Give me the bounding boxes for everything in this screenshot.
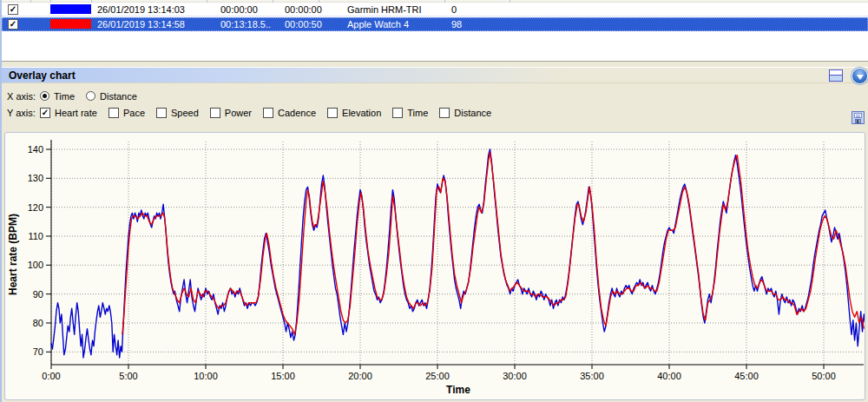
time-checkbox[interactable]: [392, 108, 403, 118]
svg-text:20:00: 20:00: [348, 371, 372, 381]
overlay-chart[interactable]: 7080901001101201301400:005:0010:0015:002…: [4, 132, 865, 400]
y-option-cadence[interactable]: Cadence: [263, 108, 316, 118]
svg-text:Time: Time: [446, 384, 470, 396]
series-color-swatch: [50, 4, 91, 14]
svg-text:35:00: 35:00: [580, 371, 604, 381]
chevron-down-icon: [857, 75, 864, 80]
table-row[interactable]: 26/01/2019 13:14:03 00:00:00 00:00:00 Ga…: [2, 3, 868, 16]
distance-radio[interactable]: [86, 91, 95, 101]
heart-rate-chart: 7080901001101201301400:005:0010:0015:002…: [5, 133, 865, 399]
svg-text:30:00: 30:00: [503, 371, 527, 381]
svg-text:90: 90: [33, 289, 43, 300]
distance-label: Distance: [454, 108, 491, 118]
y-option-heart-rate[interactable]: Heart rate: [40, 108, 97, 118]
svg-text:Heart rate (BPM): Heart rate (BPM): [7, 214, 19, 295]
elevation-label: Elevation: [342, 108, 381, 118]
row-value: 98: [451, 17, 462, 31]
distance-checkbox[interactable]: [439, 108, 450, 118]
y-option-time[interactable]: Time: [392, 108, 428, 118]
svg-text:15:00: 15:00: [271, 371, 295, 381]
time-label: Time: [407, 108, 428, 118]
row-visible-checkbox[interactable]: [8, 4, 18, 15]
y-option-pace[interactable]: Pace: [108, 108, 145, 118]
speed-checkbox[interactable]: [156, 108, 167, 118]
svg-text:120: 120: [28, 202, 43, 213]
row-offset: 00:00:50: [285, 17, 322, 31]
y-option-power[interactable]: Power: [210, 108, 252, 118]
speed-label: Speed: [171, 108, 199, 118]
svg-text:100: 100: [28, 260, 43, 270]
time-radio[interactable]: [40, 91, 49, 101]
time-radio-label: Time: [54, 91, 75, 102]
panel-split-icon[interactable]: [829, 69, 843, 82]
series-color-swatch: [50, 19, 91, 29]
distance-radio-label: Distance: [100, 91, 137, 102]
y-option-distance[interactable]: Distance: [439, 108, 491, 118]
svg-text:130: 130: [28, 173, 43, 183]
row-duration: 00:13:18.5..: [220, 17, 271, 31]
svg-text:45:00: 45:00: [734, 371, 759, 381]
panel-title: Overlay chart: [9, 69, 76, 82]
svg-text:70: 70: [33, 346, 43, 357]
activity-table: 26/01/2019 13:14:03 00:00:00 00:00:00 Ga…: [2, 0, 868, 62]
y-option-elevation[interactable]: Elevation: [327, 108, 381, 118]
pace-label: Pace: [123, 108, 145, 118]
elevation-checkbox[interactable]: [327, 108, 338, 118]
svg-text:0:00: 0:00: [42, 371, 60, 381]
svg-text:10:00: 10:00: [194, 371, 218, 381]
svg-text:140: 140: [28, 144, 43, 155]
x-axis-label: X axis:: [7, 91, 40, 102]
row-device: Apple Watch 4: [347, 17, 409, 31]
power-checkbox[interactable]: [210, 108, 220, 118]
pace-checkbox[interactable]: [108, 108, 119, 118]
row-device: Garmin HRM-TRI: [347, 3, 422, 16]
row-offset: 00:00:00: [285, 3, 322, 16]
cadence-label: Cadence: [278, 108, 316, 118]
svg-text:5:00: 5:00: [119, 371, 137, 381]
y-option-speed[interactable]: Speed: [156, 108, 199, 118]
svg-text:80: 80: [33, 318, 43, 328]
x-axis-option-distance[interactable]: Distance: [86, 91, 137, 102]
row-visible-checkbox[interactable]: [8, 19, 18, 30]
y-axis-controls: Y axis: Heart rate Pace Speed Power Cade…: [7, 106, 503, 119]
heart-rate-checkbox[interactable]: [40, 108, 50, 118]
row-duration: 00:00:00: [220, 3, 258, 16]
x-axis-controls: X axis: Time Distance: [7, 89, 148, 102]
overlay-chart-header: Overlay chart: [2, 67, 868, 83]
svg-text:25:00: 25:00: [425, 371, 450, 381]
table-row-selected[interactable]: 26/01/2019 13:14:58 00:13:18.5.. 00:00:5…: [2, 17, 868, 31]
power-label: Power: [225, 108, 252, 118]
row-datetime: 26/01/2019 13:14:03: [97, 3, 185, 16]
save-chart-icon[interactable]: [852, 111, 865, 124]
heart-rate-label: Heart rate: [55, 108, 97, 118]
svg-text:40:00: 40:00: [657, 371, 681, 381]
cadence-checkbox[interactable]: [263, 108, 273, 118]
row-datetime: 26/01/2019 13:14:58: [97, 17, 185, 31]
row-value: 0: [451, 3, 457, 16]
y-axis-label: Y axis:: [7, 108, 40, 118]
svg-text:50:00: 50:00: [812, 371, 836, 381]
collapse-panel-button[interactable]: [852, 68, 868, 84]
x-axis-option-time[interactable]: Time: [40, 91, 75, 102]
svg-text:110: 110: [28, 231, 43, 241]
